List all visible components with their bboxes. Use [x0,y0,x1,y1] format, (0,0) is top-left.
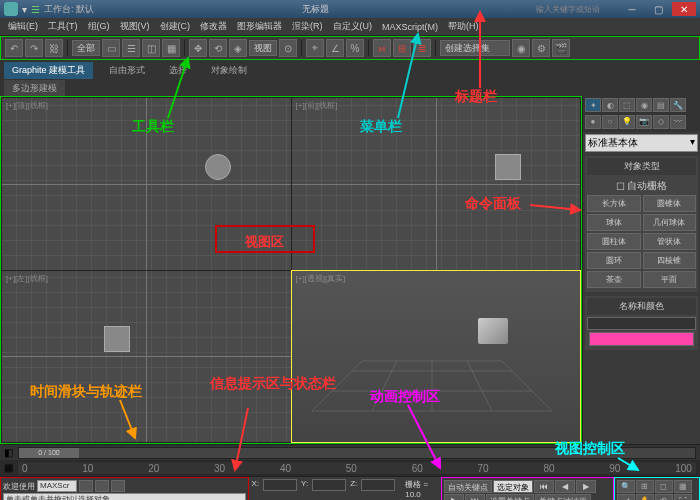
subtab-helpers-icon[interactable]: ◇ [653,115,669,129]
coord-z-input[interactable] [361,479,395,491]
keyfilter-button[interactable]: 关键点过滤器 [535,494,591,500]
vp-persp-label[interactable]: [+][透视][真实] [296,273,346,284]
subtab-shapes-icon[interactable]: ○ [602,115,618,129]
subtab-lights-icon[interactable]: 💡 [619,115,635,129]
menu-tools[interactable]: 工具(T) [44,20,82,33]
viewport-top[interactable]: [+][顶][线框] [2,98,291,270]
maximize-button[interactable]: ▢ [646,2,670,16]
select-name-icon[interactable]: ☰ [122,39,140,57]
goto-start-icon[interactable]: ⏮ [534,480,554,493]
close-button[interactable]: ✕ [672,2,696,16]
btn-box[interactable]: 长方体 [587,195,641,212]
objtype-header[interactable]: 对象类型 [587,158,696,175]
undo-icon[interactable]: ↶ [5,39,23,57]
maxscript-mini[interactable]: MAXScr [37,480,77,492]
btn-torus[interactable]: 圆环 [587,252,641,269]
autokey-button[interactable]: 自动关键点 [444,480,492,493]
angle-snap-icon[interactable]: ∠ [326,39,344,57]
workspace-label[interactable]: 工作台: 默认 [44,3,94,16]
material-icon[interactable]: ◉ [512,39,530,57]
vp-top-label[interactable]: [+][顶][线框] [6,100,48,111]
prev-frame-icon[interactable]: ◀ [555,480,575,493]
menu-view[interactable]: 视图(V) [116,20,154,33]
zoom-icon[interactable]: 🔍 [617,480,635,493]
coord-y-input[interactable] [312,479,346,491]
zoom-all-icon[interactable]: ⊞ [636,480,654,493]
cmdtab-utilities-icon[interactable]: 🔧 [670,98,686,112]
time-slider-handle[interactable]: 0 / 100 [19,448,79,458]
tab-graphite[interactable]: Graphite 建模工具 [4,62,93,79]
move-icon[interactable]: ✥ [189,39,207,57]
layers-icon[interactable]: ≣ [413,39,431,57]
refcoord-dropdown[interactable]: 视图 [249,40,277,56]
subtab-geometry-icon[interactable]: ● [585,115,601,129]
track-bar[interactable]: ▦ 0102030405060708090100 [0,460,700,476]
menu-group[interactable]: 组(G) [84,20,114,33]
viewport-perspective[interactable]: [+][透视][真实] [292,271,581,443]
align-icon[interactable]: ⊞ [393,39,411,57]
autogrid-checkbox[interactable]: ☐自动栅格 [587,177,696,195]
object-color-swatch[interactable] [589,332,694,346]
mirror-icon[interactable]: ᴍ [373,39,391,57]
tab-freeform[interactable]: 自由形式 [101,62,153,79]
ribbon-polymodel[interactable]: 多边形建模 [4,80,65,97]
pan-icon[interactable]: ✋ [636,494,654,500]
redo-icon[interactable]: ↷ [25,39,43,57]
btn-cylinder[interactable]: 圆柱体 [587,233,641,250]
object-teapot[interactable] [104,326,130,352]
render-icon[interactable]: 🎬 [552,39,570,57]
select-icon[interactable]: ▭ [102,39,120,57]
rotate-icon[interactable]: ⟲ [209,39,227,57]
window-crossing-icon[interactable]: ▦ [162,39,180,57]
viewport-left[interactable]: [+][左][线框] [2,271,291,443]
menu-edit[interactable]: 编辑(E) [4,20,42,33]
lock-icon[interactable] [111,480,125,492]
menu-render[interactable]: 渲染(R) [288,20,327,33]
pivot-icon[interactable]: ⊙ [279,39,297,57]
cmdtab-hierarchy-icon[interactable]: ⬚ [619,98,635,112]
object-teapot[interactable] [205,154,231,180]
play-icon[interactable]: ▶ [576,480,596,493]
render-setup-icon[interactable]: ⚙ [532,39,550,57]
trackbar-toggle-icon[interactable]: ▦ [4,462,18,474]
zoom-extents-all-icon[interactable]: ▦ [674,480,692,493]
selection-filter-dropdown[interactable]: 全部 [72,40,100,56]
scale-icon[interactable]: ◈ [229,39,247,57]
menu-create[interactable]: 创建(C) [156,20,195,33]
btn-tube[interactable]: 管状体 [643,233,697,250]
tab-objectpaint[interactable]: 对象绘制 [203,62,255,79]
goto-end-icon[interactable]: ⏭ [465,494,485,500]
object-teapot[interactable] [495,154,521,180]
setkey-button[interactable]: 设置关键点 [486,494,534,500]
cmdtab-motion-icon[interactable]: ◉ [636,98,652,112]
menu-help[interactable]: 帮助(H) [444,20,483,33]
maximize-vp-icon[interactable]: ⛶ [674,494,692,500]
coord-x-input[interactable] [263,479,297,491]
minimize-button[interactable]: ─ [620,2,644,16]
cmdtab-modify-icon[interactable]: ◐ [602,98,618,112]
cmdtab-display-icon[interactable]: ▤ [653,98,669,112]
app-menu-icon[interactable]: ▾ [22,4,27,15]
viewport-front[interactable]: [+][前][线框] [292,98,581,270]
btn-teapot[interactable]: 茶壶 [587,271,641,288]
btn-cone[interactable]: 圆锥体 [643,195,697,212]
next-frame-icon[interactable]: ▶ [444,494,464,500]
object-name-input[interactable] [587,317,696,330]
menu-maxscript[interactable]: MAXScript(M) [378,22,442,32]
macro-rec-icon[interactable] [79,480,93,492]
btn-pyramid[interactable]: 四棱锥 [643,252,697,269]
menu-customize[interactable]: 自定义(U) [329,20,377,33]
listener-icon[interactable] [95,480,109,492]
orbit-icon[interactable]: ⟲ [655,494,673,500]
btn-geosphere[interactable]: 几何球体 [643,214,697,231]
link-icon[interactable]: ⛓ [45,39,63,57]
menu-modifiers[interactable]: 修改器 [196,20,231,33]
cmdtab-create-icon[interactable]: ✦ [585,98,601,112]
vp-left-label[interactable]: [+][左][线框] [6,273,48,284]
named-selection-dropdown[interactable]: 创建选择集 [440,40,510,56]
subtab-spacewarps-icon[interactable]: 〰 [670,115,686,129]
select-region-icon[interactable]: ◫ [142,39,160,57]
menu-grapheditor[interactable]: 图形编辑器 [233,20,286,33]
tab-selection[interactable]: 选择 [161,62,195,79]
snap-icon[interactable]: ⌖ [306,39,324,57]
